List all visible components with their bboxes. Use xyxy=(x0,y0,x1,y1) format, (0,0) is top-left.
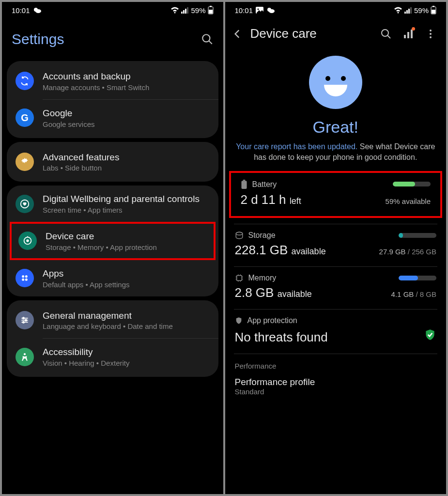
status-time: 10:01 xyxy=(12,6,30,15)
item-subtitle: Language and keyboard • Date and time xyxy=(43,322,210,330)
settings-item-accessibility[interactable]: Accessibility Vision • Hearing • Dexteri… xyxy=(7,339,218,375)
app-protection-section[interactable]: App protection No threats found xyxy=(225,310,447,354)
memory-available: 2.8 GB available xyxy=(235,285,312,300)
svg-point-19 xyxy=(22,279,24,281)
more-icon[interactable] xyxy=(425,28,436,40)
battery-outline-icon xyxy=(241,180,247,189)
heart-circle-icon xyxy=(15,195,34,213)
svg-rect-9 xyxy=(209,10,213,14)
page-title: Settings xyxy=(12,31,201,47)
svg-point-26 xyxy=(23,321,24,323)
image-icon xyxy=(256,7,263,14)
svg-point-40 xyxy=(382,30,388,36)
settings-item-apps[interactable]: Apps Default apps • App settings xyxy=(7,260,218,296)
search-icon[interactable] xyxy=(380,28,392,40)
svg-line-41 xyxy=(387,35,390,38)
settings-group: Digital Wellbeing and parental controls … xyxy=(7,186,218,296)
battery-section[interactable]: Battery 2 d 11 h left 59% available xyxy=(231,173,441,216)
svg-rect-44 xyxy=(411,30,413,38)
svg-point-2 xyxy=(174,12,176,14)
settings-item-accounts[interactable]: Accounts and backup Manage accounts • Sm… xyxy=(7,63,218,99)
svg-point-32 xyxy=(397,12,399,14)
item-subtitle: Screen time • App timers xyxy=(43,206,210,214)
hero-accent: Your care report has been updated. xyxy=(236,142,357,151)
memory-bar xyxy=(399,276,436,280)
item-subtitle: Storage • Memory • App protection xyxy=(46,243,207,251)
battery-percent: 59% xyxy=(414,6,429,15)
svg-point-20 xyxy=(25,279,28,281)
memory-section[interactable]: Memory 2.8 GB available 4.1 GB / 8 GB xyxy=(225,267,447,309)
svg-rect-42 xyxy=(404,35,406,38)
svg-point-18 xyxy=(25,275,28,278)
hero-headline: Great! xyxy=(235,118,437,137)
section-label: Battery xyxy=(252,180,277,189)
apps-icon xyxy=(15,269,34,287)
shield-check-icon xyxy=(424,328,436,341)
performance-profile-row[interactable]: Performance profile Standard xyxy=(225,372,447,396)
svg-rect-43 xyxy=(407,32,409,38)
section-label: Memory xyxy=(248,274,277,282)
happy-face-icon xyxy=(309,56,362,109)
settings-item-wellbeing[interactable]: Digital Wellbeing and parental controls … xyxy=(7,186,218,222)
settings-item-google[interactable]: G Google Google services xyxy=(7,100,218,136)
accessibility-icon xyxy=(15,348,34,366)
item-title: General management xyxy=(43,310,210,322)
settings-group: Advanced features Labs • Side button xyxy=(7,142,218,182)
battery-available: 59% available xyxy=(386,197,431,205)
battery-icon xyxy=(431,6,436,15)
storage-icon xyxy=(235,231,244,240)
signal-icon xyxy=(181,7,189,14)
highlight-box: Battery 2 d 11 h left 59% available xyxy=(229,171,443,218)
back-icon[interactable] xyxy=(231,28,244,40)
svg-rect-39 xyxy=(432,10,435,14)
hero-message: Your care report has been updated. See w… xyxy=(235,141,437,163)
settings-header: Settings xyxy=(2,16,223,57)
svg-point-46 xyxy=(430,33,432,35)
svg-point-24 xyxy=(25,319,27,321)
settings-item-advanced[interactable]: Advanced features Labs • Side button xyxy=(7,144,218,180)
search-icon[interactable] xyxy=(201,33,214,46)
item-subtitle: Google services xyxy=(43,120,210,128)
battery-time: 2 d 11 h left xyxy=(241,192,301,207)
settings-item-device-care[interactable]: Device care Storage • Memory • App prote… xyxy=(12,224,214,258)
settings-screen: 10:01 59% Settings xyxy=(2,2,223,494)
svg-rect-51 xyxy=(236,276,242,281)
battery-icon xyxy=(208,6,214,15)
svg-rect-4 xyxy=(183,10,185,14)
item-title: Digital Wellbeing and parental controls xyxy=(43,193,210,205)
item-subtitle: Labs • Side button xyxy=(43,164,210,172)
section-label: Storage xyxy=(248,231,276,240)
svg-rect-35 xyxy=(408,9,410,14)
item-subtitle: Default apps • App settings xyxy=(43,280,210,289)
svg-point-1 xyxy=(35,9,41,13)
sync-icon xyxy=(15,72,34,90)
performance-title: Performance profile xyxy=(235,377,437,388)
wifi-icon xyxy=(170,7,179,14)
weather-icon xyxy=(266,7,275,14)
svg-point-10 xyxy=(202,34,210,42)
svg-rect-6 xyxy=(187,7,188,14)
item-subtitle: Vision • Hearing • Dexterity xyxy=(43,359,210,367)
chart-icon[interactable] xyxy=(402,28,414,40)
settings-group: Accounts and backup Manage accounts • Sm… xyxy=(7,61,218,138)
item-title: Apps xyxy=(43,268,210,279)
settings-group: General management Language and keyboard… xyxy=(7,300,218,377)
item-title: Device care xyxy=(46,231,207,242)
storage-bar xyxy=(399,233,436,238)
page-title: Device care xyxy=(250,26,374,41)
storage-section[interactable]: Storage 228.1 GB available 27.9 GB / 256… xyxy=(225,224,447,266)
status-bar: 10:01 59% xyxy=(225,2,447,16)
status-bar: 10:01 59% xyxy=(2,2,223,16)
svg-line-11 xyxy=(209,41,212,44)
svg-point-27 xyxy=(24,353,26,355)
battery-bar xyxy=(393,182,431,186)
svg-point-47 xyxy=(430,36,432,38)
svg-rect-34 xyxy=(406,10,408,14)
highlight-box: Device care Storage • Memory • App prote… xyxy=(10,222,216,260)
item-subtitle: Manage accounts • Smart Switch xyxy=(43,83,210,92)
svg-rect-3 xyxy=(181,12,183,14)
performance-header: Performance xyxy=(225,354,447,372)
settings-item-general[interactable]: General management Language and keyboard… xyxy=(7,302,218,339)
sliders-icon xyxy=(15,311,34,329)
item-title: Accessibility xyxy=(43,346,210,358)
